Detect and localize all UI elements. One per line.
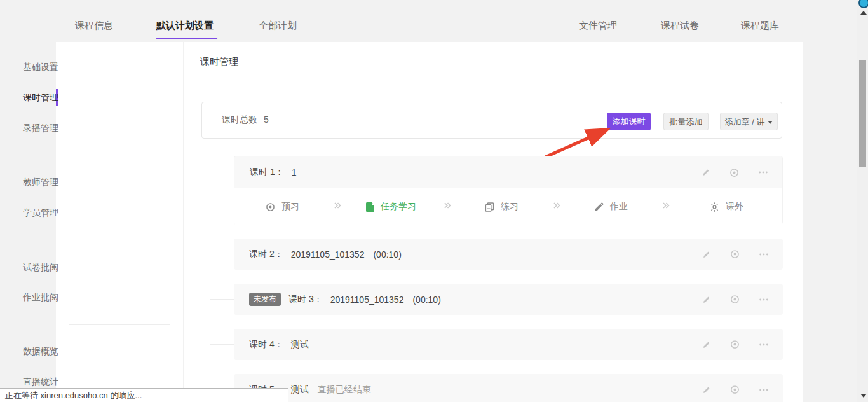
edit-icon[interactable]: [702, 340, 711, 349]
scrollbar-thumb[interactable]: [859, 60, 866, 167]
double-chevron-icon: [444, 202, 451, 209]
edit-icon[interactable]: [702, 295, 711, 304]
task-label: 作业: [610, 201, 628, 212]
sidebar-item-teacher-management[interactable]: 教师管理: [23, 176, 58, 188]
sidebar-item-live-statistics[interactable]: 直播统计: [23, 375, 58, 388]
task-label: 练习: [501, 201, 519, 212]
tab-file-management[interactable]: 文件管理: [579, 20, 617, 32]
lesson-name: 1: [292, 167, 297, 177]
book-icon: [366, 202, 374, 212]
sidebar-divider: [69, 240, 170, 240]
edit-icon[interactable]: [702, 168, 710, 177]
task-label: 任务学习: [381, 201, 416, 212]
preview-eye-icon[interactable]: [729, 168, 739, 177]
scrollbar-up-arrow-icon[interactable]: [860, 11, 867, 15]
preview-eye-icon[interactable]: [730, 249, 740, 259]
preview-eye-icon[interactable]: [730, 295, 740, 304]
scrollbar-down-arrow-icon[interactable]: [860, 394, 867, 398]
tab-course-exams[interactable]: 课程试卷: [661, 20, 699, 32]
more-icon[interactable]: [759, 295, 769, 304]
sidebar-item-student-management[interactable]: 学员管理: [23, 206, 58, 219]
task-homework[interactable]: 作业: [594, 200, 628, 214]
sidebar-divider: [69, 155, 170, 155]
lesson-title: 课时 4：: [249, 339, 283, 350]
lesson-row-4[interactable]: 课时 4： 测试: [234, 329, 783, 360]
lesson-name: 测试: [291, 339, 309, 350]
double-chevron-icon: [334, 202, 341, 209]
lesson-name: 20191105_101352: [291, 249, 365, 260]
lesson-status-note: 直播已经结束: [318, 384, 371, 396]
lesson-name: 测试: [291, 384, 309, 396]
more-icon[interactable]: [759, 385, 769, 394]
task-label: 预习: [281, 201, 299, 212]
task-label: 课外: [726, 201, 743, 212]
task-exercise[interactable]: 练习: [485, 200, 519, 214]
tab-question-bank[interactable]: 课程题库: [741, 20, 779, 32]
double-chevron-icon: [662, 202, 670, 209]
sidebar-divider: [69, 324, 170, 325]
tree-line-connector: [210, 344, 234, 345]
sidebar: [56, 42, 184, 402]
copy-icon: [485, 202, 494, 212]
lesson-title: 课时 1：: [250, 167, 284, 178]
tree-line-vertical: [210, 153, 210, 402]
preview-eye-icon[interactable]: [730, 385, 740, 394]
more-icon[interactable]: [758, 168, 768, 177]
sidebar-item-homework-review[interactable]: 作业批阅: [23, 291, 58, 303]
eye-icon: [266, 202, 275, 212]
caret-down-icon: [768, 121, 773, 124]
lesson-row-3[interactable]: 未发布 课时 3： 20191105_101352 (00:10): [234, 284, 783, 315]
task-learning[interactable]: 任务学习: [366, 200, 416, 214]
lesson-row-1: 课时 1： 1 预习: [234, 156, 783, 225]
pencil-icon: [594, 202, 604, 212]
sidebar-item-data-overview[interactable]: 数据概览: [23, 345, 58, 357]
tree-line-connector: [210, 172, 234, 172]
add-chapter-label: 添加章 / 讲: [725, 117, 765, 127]
tree-line-connector: [210, 299, 234, 300]
browser-status-bar: 正在等待 xinren.edusoho.cn 的响应...: [0, 388, 288, 402]
task-flow-strip: 预习 任务学习 练习 作业: [234, 188, 782, 225]
lesson-title: 课时 3：: [288, 294, 323, 305]
more-icon[interactable]: [759, 250, 769, 259]
app-window: 课程信息 默认计划设置 全部计划 文件管理 课程试卷 课程题库 基础设置 课时管…: [0, 0, 868, 402]
lesson-row-5[interactable]: 课时 5： 测试 直播已经结束: [234, 374, 783, 402]
edit-icon[interactable]: [702, 385, 711, 394]
sidebar-item-lesson-management[interactable]: 课时管理: [23, 91, 58, 104]
lesson-duration: (00:10): [412, 295, 440, 305]
sidebar-item-exam-review[interactable]: 试卷批阅: [23, 261, 58, 274]
bulk-add-button[interactable]: 批量添加: [663, 113, 709, 130]
tab-course-info[interactable]: 课程信息: [75, 20, 113, 32]
unpublished-badge: 未发布: [249, 293, 281, 306]
lesson-row-2[interactable]: 课时 2： 20191105_101352 (00:10): [234, 239, 783, 270]
content-divider: [184, 83, 803, 83]
status-text: 正在等待 xinren.edusoho.cn 的响应...: [5, 391, 142, 400]
sun-icon: [710, 202, 719, 212]
lesson-name: 20191105_101352: [330, 295, 404, 305]
tree-line-connector: [210, 254, 234, 254]
sidebar-item-recording-management[interactable]: 录播管理: [23, 121, 58, 134]
edit-icon[interactable]: [702, 250, 711, 259]
browser-extension-icon[interactable]: [858, 0, 868, 8]
lesson-total-label: 课时总数: [222, 114, 257, 126]
sidebar-item-basic-settings[interactable]: 基础设置: [23, 60, 58, 73]
double-chevron-icon: [553, 202, 560, 209]
add-chapter-button[interactable]: 添加章 / 讲: [720, 113, 778, 130]
lesson-row-1-header[interactable]: 课时 1： 1: [234, 156, 782, 188]
lesson-duration: (00:10): [373, 249, 401, 260]
more-icon[interactable]: [759, 340, 769, 349]
lesson-title: 课时 2：: [249, 249, 283, 260]
page-title: 课时管理: [200, 56, 238, 68]
task-extracurricular[interactable]: 课外: [710, 200, 743, 214]
lesson-total-count: 5: [264, 114, 269, 125]
tab-default-plan-settings[interactable]: 默认计划设置: [156, 20, 214, 32]
task-preview[interactable]: 预习: [266, 200, 299, 214]
active-tab-underline: [156, 38, 217, 39]
preview-eye-icon[interactable]: [730, 340, 740, 349]
tab-all-plans[interactable]: 全部计划: [259, 20, 297, 32]
